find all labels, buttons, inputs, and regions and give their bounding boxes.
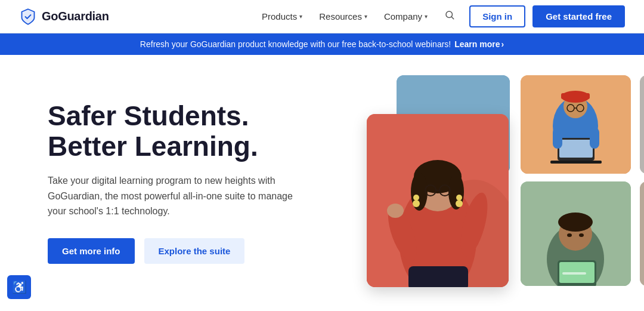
illustration-card-2 <box>521 75 631 174</box>
hero-buttons: Get more info Explore the suite <box>48 238 346 264</box>
hero-illustration <box>346 79 608 286</box>
illustration-card-3 <box>521 181 631 286</box>
svg-rect-18 <box>590 128 599 149</box>
logo-text: GoGuardian <box>42 10 109 23</box>
svg-rect-15 <box>559 140 593 158</box>
search-icon <box>444 10 455 20</box>
svg-point-35 <box>413 195 419 201</box>
nav-resources[interactable]: Resources ▾ <box>312 7 374 26</box>
products-chevron-icon: ▾ <box>299 13 302 20</box>
hero-content: Safer Students. Better Learning. Take yo… <box>48 101 346 264</box>
svg-rect-48 <box>562 272 586 275</box>
explore-suite-button[interactable]: Explore the suite <box>144 238 245 264</box>
navbar: GoGuardian Products ▾ Resources ▾ Compan… <box>0 0 644 33</box>
hero-heading: Safer Students. Better Learning. <box>48 101 346 161</box>
illustration-figure-4 <box>640 75 644 174</box>
svg-rect-16 <box>550 161 602 164</box>
accessibility-button[interactable]: ♿ <box>7 275 31 299</box>
svg-point-27 <box>387 204 404 218</box>
nav-company[interactable]: Company ▾ <box>377 7 435 26</box>
svg-point-0 <box>446 11 453 18</box>
svg-rect-39 <box>408 266 468 287</box>
illustration-figure-1 <box>521 75 631 174</box>
illustration-figure-main <box>367 114 509 287</box>
banner-learn-more-link[interactable]: Learn more › <box>454 39 504 49</box>
signin-button[interactable]: Sign in <box>469 5 525 27</box>
svg-point-45 <box>579 233 584 237</box>
goguardian-logo-icon <box>19 8 37 26</box>
resources-chevron-icon: ▾ <box>364 13 367 20</box>
search-button[interactable] <box>437 5 462 28</box>
illustration-main-card <box>367 114 509 287</box>
svg-point-44 <box>567 233 572 237</box>
svg-rect-13 <box>561 93 590 99</box>
svg-point-36 <box>413 200 420 207</box>
illustration-figure-3 <box>640 181 644 286</box>
svg-point-43 <box>558 213 593 232</box>
svg-rect-17 <box>553 128 562 149</box>
company-chevron-icon: ▾ <box>425 13 428 20</box>
banner-text: Refresh your GoGuardian product knowledg… <box>140 39 451 49</box>
svg-rect-64 <box>640 75 644 174</box>
illustration-figure-2 <box>521 181 631 286</box>
announcement-banner: Refresh your GoGuardian product knowledg… <box>0 33 644 55</box>
illustration-card-4 <box>640 181 644 286</box>
svg-rect-49 <box>640 181 644 286</box>
accessibility-icon: ♿ <box>12 280 27 294</box>
svg-point-37 <box>456 195 462 201</box>
nav-products[interactable]: Products ▾ <box>255 7 309 26</box>
getstarted-button[interactable]: Get started free <box>532 5 625 27</box>
logo[interactable]: GoGuardian <box>19 8 109 26</box>
svg-line-1 <box>452 17 454 19</box>
hero-section: Safer Students. Better Learning. Take yo… <box>0 55 644 310</box>
hero-subtext: Take your digital learning program to ne… <box>48 173 298 219</box>
illustration-card-5 <box>640 75 644 174</box>
nav-links: Products ▾ Resources ▾ Company ▾ Sign in… <box>255 5 625 28</box>
svg-point-38 <box>456 200 463 207</box>
get-more-info-button[interactable]: Get more info <box>48 238 135 264</box>
